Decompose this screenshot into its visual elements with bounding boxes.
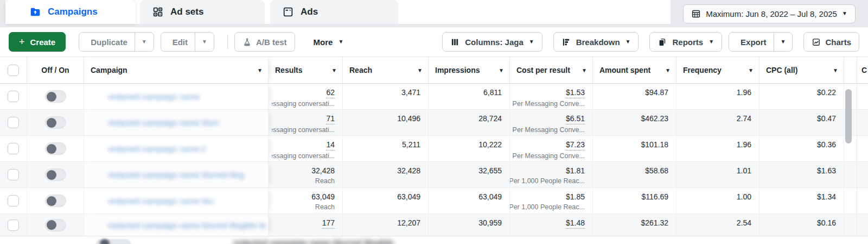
results-value[interactable]: 71	[326, 114, 335, 124]
header-frequency[interactable]: Frequency ▼	[676, 57, 760, 83]
vertical-scrollbar-thumb[interactable]	[845, 89, 852, 143]
partial-next-row: redacted campaign name blurred illegible…	[0, 236, 868, 244]
tab-campaigns[interactable]: Campaigns	[5, 0, 136, 24]
results-value[interactable]: 14	[326, 140, 335, 151]
amount-spent-cell: $462.23	[593, 110, 676, 135]
partial-next-column-cell	[857, 110, 868, 135]
impressions-cell: 10,222	[429, 136, 510, 161]
header-cost-per-result[interactable]: Cost per result ▼	[510, 57, 593, 83]
frequency-value: 1.96	[737, 88, 751, 97]
actions-toolbar: + Create Duplicate ▼ Edit	[0, 27, 868, 57]
date-filter-zone: Maximum: Jun 8, 2022 – Jul 8, 2025 ▼	[671, 0, 868, 27]
frequency-value: 2.74	[737, 114, 751, 123]
row-checkbox[interactable]	[8, 91, 19, 102]
sort-caret-icon[interactable]: ▼	[417, 67, 423, 73]
campaign-name-cell[interactable]: redacted campaign name blurred illegible…	[84, 84, 269, 109]
more-caret-icon: ▼	[338, 39, 343, 45]
tab-ad-sets[interactable]: Ad sets	[140, 0, 265, 24]
frequency-cell: 1.01	[676, 162, 760, 187]
ab-test-button[interactable]: A/B test	[234, 32, 295, 52]
row-checkbox[interactable]	[8, 143, 19, 154]
results-note: Messaging conversati...	[272, 152, 335, 160]
export-split-button: Export ▼	[729, 32, 793, 52]
export-button[interactable]: Export	[729, 33, 774, 51]
select-all-checkbox[interactable]	[8, 65, 19, 76]
campaign-toggle[interactable]	[45, 116, 66, 129]
cost-per-result-value[interactable]: $6.51	[566, 114, 585, 124]
row-toggle-cell	[27, 84, 84, 109]
frequency-cell: 2.54	[676, 214, 760, 236]
impressions-value: 28,724	[478, 114, 502, 123]
toggle-knob	[47, 144, 56, 154]
campaign-toggle[interactable]	[45, 195, 66, 207]
row-select-cell	[0, 136, 27, 161]
reach-cell: 10,496	[343, 110, 429, 135]
header-reach[interactable]: Reach ▼	[343, 57, 429, 83]
results-value[interactable]: 62	[326, 88, 335, 98]
impressions-value: 10,222	[478, 140, 502, 149]
tab-ads[interactable]: Ads	[270, 0, 398, 24]
campaigns-table: Off / On Campaign ▼ Results ▼ Reach ▼ Im…	[0, 57, 868, 244]
row-checkbox[interactable]	[8, 117, 19, 128]
header-campaign[interactable]: Campaign ▼	[84, 57, 269, 83]
row-select-cell	[0, 84, 27, 109]
duplicate-button[interactable]: Duplicate	[79, 33, 135, 51]
cost-per-result-value[interactable]: $1.81	[566, 166, 585, 176]
campaign-name-blurred: redacted campaign name blurred illegible…	[108, 144, 206, 153]
sort-caret-icon[interactable]: ▼	[582, 67, 587, 73]
cost-per-result-note: Per 1,000 People Reac...	[510, 203, 585, 211]
row-checkbox[interactable]	[8, 169, 19, 180]
sort-caret-icon[interactable]: ▼	[665, 67, 671, 73]
columns-button[interactable]: Columns: Jaga ▼	[442, 32, 542, 52]
results-cell: 63,049 Reach	[269, 188, 343, 214]
cost-per-result-value[interactable]: $1.85	[566, 192, 585, 202]
date-range-button[interactable]: Maximum: Jun 8, 2022 – Jul 8, 2025 ▼	[683, 4, 856, 23]
duplicate-dropdown-button[interactable]: ▼	[135, 33, 154, 51]
campaign-name-blurred: redacted campaign name blurred illegible…	[108, 92, 200, 101]
results-value[interactable]: 63,049	[311, 192, 335, 202]
sort-caret-icon[interactable]: ▼	[331, 67, 337, 73]
table-header-row: Off / On Campaign ▼ Results ▼ Reach ▼ Im…	[0, 57, 868, 84]
table-row: redacted campaign name blurred illegible…	[0, 214, 868, 236]
row-select-cell	[0, 110, 27, 135]
row-select-cell	[0, 214, 27, 236]
table-row: redacted campaign name blurred illegible…	[0, 188, 868, 214]
campaign-name-cell[interactable]: redacted campaign name blurred illegible…	[84, 162, 269, 187]
sort-caret-icon[interactable]: ▼	[748, 67, 754, 73]
breakdown-button[interactable]: Breakdown ▼	[553, 32, 639, 52]
campaign-toggle[interactable]	[45, 168, 66, 181]
export-dropdown-button[interactable]: ▼	[774, 33, 793, 51]
campaign-name-cell[interactable]: redacted campaign name blurred illegible…	[84, 136, 269, 161]
results-value[interactable]: 177	[322, 218, 335, 229]
header-results[interactable]: Results ▼	[269, 57, 343, 83]
edit-button[interactable]: Edit	[161, 33, 195, 51]
results-value[interactable]: 32,428	[311, 166, 335, 176]
cost-per-result-value[interactable]: $1.53	[566, 88, 585, 98]
cost-per-result-note: Per Messaging Conve...	[513, 126, 585, 134]
header-cpc-all[interactable]: CPC (all) ▼	[760, 57, 844, 83]
sort-caret-icon[interactable]: ▼	[499, 67, 504, 73]
campaign-name-cell[interactable]: redacted campaign name blurred illegible…	[84, 188, 269, 214]
campaign-toggle[interactable]	[45, 142, 66, 155]
row-checkbox[interactable]	[8, 195, 19, 207]
reports-button[interactable]: Reports ▼	[649, 32, 722, 52]
campaign-name-cell[interactable]: redacted campaign name blurred illegible…	[84, 214, 269, 236]
edit-dropdown-button[interactable]: ▼	[195, 33, 214, 51]
cost-per-result-value[interactable]: $1.48	[566, 218, 585, 229]
header-amount-spent[interactable]: Amount spent ▼	[593, 57, 676, 83]
row-checkbox[interactable]	[8, 220, 19, 231]
campaign-name-cell[interactable]: redacted campaign name blurred illegible…	[84, 110, 269, 135]
toggle-knob	[47, 196, 56, 206]
amount-spent-cell: $116.69	[593, 188, 676, 214]
sort-caret-icon[interactable]: ▼	[833, 67, 838, 73]
charts-button[interactable]: Charts	[803, 32, 859, 52]
cost-per-result-value[interactable]: $7.23	[566, 140, 585, 151]
create-button[interactable]: + Create	[9, 32, 66, 52]
campaign-toggle[interactable]	[45, 219, 66, 232]
more-button[interactable]: More ▼	[306, 32, 352, 52]
amount-spent-value: $261.32	[641, 218, 668, 228]
sort-caret-icon[interactable]: ▼	[257, 67, 263, 73]
level-tab-strip: Campaigns Ad sets Ads	[0, 0, 868, 24]
campaign-toggle[interactable]	[45, 90, 66, 103]
header-impressions[interactable]: Impressions ▼	[429, 57, 510, 83]
